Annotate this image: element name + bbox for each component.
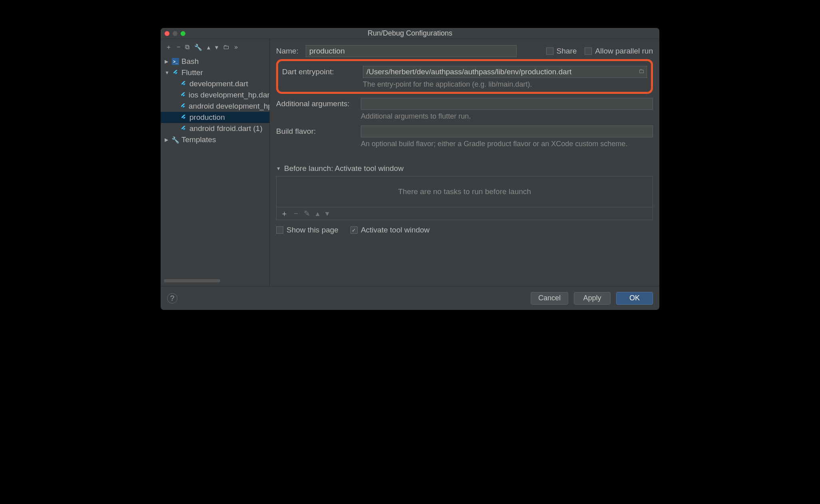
flavor-hint: An optional build flavor; either a Gradl… (361, 140, 653, 148)
before-launch-empty: There are no tasks to run before launch (398, 187, 531, 196)
name-row: Name: Share Allow parallel run (276, 43, 653, 59)
args-input[interactable] (361, 98, 653, 110)
parallel-label: Allow parallel run (595, 47, 653, 56)
flutter-icon (180, 114, 187, 121)
chevron-right-icon: ▶ (165, 59, 169, 64)
tree-label: ios development_hp.dart (189, 91, 269, 99)
tree-item-production[interactable]: production (161, 112, 269, 123)
chevron-down-icon: ▼ (165, 70, 169, 75)
chevron-down-icon: ▼ (276, 166, 281, 171)
before-launch-title: Before launch: Activate tool window (284, 164, 404, 173)
before-launch-tasks: There are no tasks to run before launch (276, 176, 653, 207)
share-label: Share (557, 47, 577, 56)
entrypoint-field-wrap: 🗀 (363, 66, 647, 78)
before-launch-checks: Show this page ✓ Activate tool window (276, 226, 653, 234)
entrypoint-hint: The entry-point for the application (e.g… (363, 80, 647, 89)
checkbox-icon (546, 48, 553, 55)
main-panel: Name: Share Allow parallel run Dart entr… (270, 39, 659, 286)
flutter-icon (180, 80, 187, 87)
window-title: Run/Debug Configurations (161, 29, 659, 38)
more-icon[interactable]: » (234, 44, 238, 51)
ok-button[interactable]: OK (616, 292, 653, 305)
horizontal-scrollbar[interactable] (164, 279, 266, 283)
move-up-icon[interactable]: ▴ (207, 44, 210, 51)
move-down-icon[interactable]: ▾ (215, 44, 218, 51)
args-hint: Additional arguments to flutter run. (361, 112, 653, 121)
tree-label: Templates (181, 135, 216, 144)
tree-item-ios-dev-hp[interactable]: ios development_hp.dart (161, 89, 269, 101)
help-button[interactable]: ? (167, 293, 177, 304)
flutter-icon (180, 91, 186, 99)
share-checkbox[interactable]: Share (546, 47, 577, 56)
tree-label: Flutter (181, 68, 203, 77)
before-launch: ▼ Before launch: Activate tool window Th… (276, 164, 653, 234)
args-field-wrap (361, 98, 653, 110)
add-config-icon[interactable]: ＋ (165, 43, 172, 52)
flavor-label: Build flavor: (276, 127, 356, 136)
titlebar: Run/Debug Configurations (161, 28, 659, 39)
folder-add-icon[interactable]: 🗀 (223, 44, 229, 51)
activate-label: Activate tool window (361, 226, 430, 234)
name-label: Name: (276, 47, 301, 56)
tree-label: development.dart (189, 79, 248, 88)
name-input[interactable] (306, 45, 517, 57)
tree-label: Bash (181, 57, 199, 66)
remove-task-icon: − (294, 209, 298, 218)
dialog-footer: ? Cancel Apply OK (161, 286, 659, 310)
show-page-label: Show this page (287, 226, 338, 234)
args-label: Additional arguments: (276, 99, 356, 108)
activate-tool-window-checkbox[interactable]: ✓ Activate tool window (350, 226, 430, 234)
tree-item-android-dev-hp[interactable]: android development_hp.dart (161, 101, 269, 112)
scrollbar-thumb[interactable] (164, 279, 220, 282)
flavor-row: Build flavor: (276, 125, 653, 137)
apply-button[interactable]: Apply (574, 292, 611, 305)
wrench-icon: 🔧 (172, 136, 179, 143)
before-launch-toolbar: ＋ − ✎ ▴ ▾ (276, 207, 653, 220)
move-task-up-icon: ▴ (316, 209, 320, 218)
tree-label: android fdroid.dart (1) (189, 124, 263, 133)
tree-item-android-fdroid[interactable]: android fdroid.dart (1) (161, 123, 269, 134)
tree-item-flutter[interactable]: ▼ Flutter (161, 67, 269, 78)
checkbox-checked-icon: ✓ (350, 226, 358, 234)
checkbox-icon (276, 226, 283, 234)
chevron-right-icon: ▶ (165, 137, 169, 143)
add-task-icon[interactable]: ＋ (281, 208, 288, 219)
remove-config-icon[interactable]: − (177, 44, 180, 51)
flavor-field-wrap (361, 125, 653, 137)
tree-item-bash[interactable]: ▶ >_ Bash (161, 56, 269, 67)
flutter-icon (180, 125, 187, 132)
wrench-icon[interactable]: 🔧 (194, 44, 202, 51)
flavor-input[interactable] (361, 125, 653, 137)
tree-label: android development_hp.dart (189, 102, 269, 111)
sidebar: ＋ − ⧉ 🔧 ▴ ▾ 🗀 » ▶ >_ Bash ▼ (161, 39, 270, 286)
tree-label: production (189, 113, 225, 122)
entrypoint-row: Dart entrypoint: 🗀 (282, 66, 647, 78)
sidebar-toolbar: ＋ − ⧉ 🔧 ▴ ▾ 🗀 » (161, 39, 269, 55)
move-task-down-icon: ▾ (325, 209, 329, 218)
browse-folder-icon[interactable]: 🗀 (639, 67, 645, 74)
flutter-icon (172, 69, 179, 76)
entrypoint-label: Dart entrypoint: (282, 67, 358, 76)
bash-icon: >_ (172, 58, 179, 65)
cancel-button[interactable]: Cancel (531, 292, 568, 305)
checkbox-icon (585, 48, 592, 55)
top-checks: Share Allow parallel run (546, 47, 653, 56)
edit-task-icon: ✎ (304, 209, 310, 218)
tree-item-development[interactable]: development.dart (161, 78, 269, 89)
entrypoint-input[interactable] (363, 66, 647, 78)
tree-item-templates[interactable]: ▶ 🔧 Templates (161, 134, 269, 145)
flutter-icon (180, 103, 186, 110)
args-row: Additional arguments: (276, 98, 653, 110)
dialog-window: Run/Debug Configurations ＋ − ⧉ 🔧 ▴ ▾ 🗀 »… (161, 28, 659, 310)
show-page-checkbox[interactable]: Show this page (276, 226, 338, 234)
config-tree: ▶ >_ Bash ▼ Flutter development.dart (161, 55, 269, 277)
before-launch-header[interactable]: ▼ Before launch: Activate tool window (276, 164, 653, 173)
copy-config-icon[interactable]: ⧉ (185, 44, 189, 51)
parallel-run-checkbox[interactable]: Allow parallel run (585, 47, 653, 56)
entrypoint-highlight: Dart entrypoint: 🗀 The entry-point for t… (276, 59, 653, 94)
dialog-body: ＋ − ⧉ 🔧 ▴ ▾ 🗀 » ▶ >_ Bash ▼ (161, 39, 659, 286)
